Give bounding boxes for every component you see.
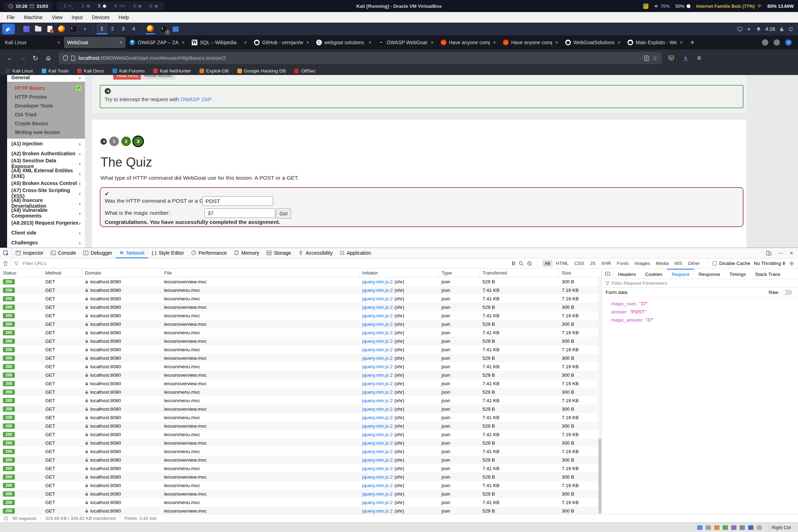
- shield-icon[interactable]: [63, 55, 68, 61]
- initiator-link[interactable]: jquery.min.js:2: [362, 406, 393, 412]
- initiator-link[interactable]: jquery.min.js:2: [362, 339, 393, 344]
- mouse-icon[interactable]: [757, 525, 762, 530]
- panel-workspace[interactable]: 5:: [133, 4, 141, 8]
- browser-tab[interactable]: WebGoatSolutions/So×: [562, 37, 624, 48]
- go-button[interactable]: Go!: [276, 208, 291, 219]
- sidebar-section[interactable]: (A2) Broken Authentication›: [7, 149, 85, 158]
- vbox-menu-view[interactable]: View: [47, 15, 67, 20]
- display-icon[interactable]: [748, 525, 753, 530]
- devtools-tab-application[interactable]: Application: [336, 248, 375, 258]
- reader-mode-icon[interactable]: [644, 56, 649, 61]
- devtools-tab-network[interactable]: Network: [116, 248, 148, 258]
- url-bar[interactable]: localhost:8080/WebGoat/start.mvc#lesson/…: [59, 52, 662, 64]
- volume-indicator[interactable]: 75%: [654, 4, 670, 9]
- request-row[interactable]: 200 GET localhost:8080 lessonmenu.mvc jq…: [0, 413, 602, 422]
- browser-tab[interactable]: WSQL – Wikipedia×: [189, 37, 250, 48]
- bookmark-kali-nethunter[interactable]: Kali NetHunter: [153, 68, 191, 74]
- clear-requests-icon[interactable]: [0, 259, 11, 268]
- tab-close-icon[interactable]: ×: [243, 40, 247, 45]
- owasp-zap-link[interactable]: OWASP ZAP: [180, 96, 212, 102]
- sidebar-section[interactable]: (A8) Insecure Deserialization›: [7, 198, 85, 208]
- type-filter-ws[interactable]: WS: [672, 260, 685, 267]
- sidebar-lesson-item[interactable]: Writing new lesson: [7, 128, 85, 137]
- request-row[interactable]: 200 GET localhost:8080 lessonmenu.mvc jq…: [0, 345, 602, 354]
- throttling-select[interactable]: No Throttling: [754, 261, 785, 266]
- bookmark-exploit-db[interactable]: Exploit-DB: [200, 68, 229, 74]
- sidebar-section[interactable]: (A3) Sensitive Data Exposure›: [7, 158, 85, 168]
- details-tab-stack-trace[interactable]: Stack Trace: [751, 269, 785, 279]
- sidebar-lesson-item[interactable]: Crypto Basics: [7, 119, 85, 128]
- tab-close-icon[interactable]: ×: [57, 40, 60, 45]
- initiator-link[interactable]: jquery.min.js:2: [362, 500, 393, 505]
- details-tab-timings[interactable]: Timings: [725, 269, 751, 279]
- cd-icon[interactable]: [706, 525, 711, 530]
- bookmark-kali-tools[interactable]: Kali Tools: [42, 68, 69, 74]
- panel-workspace[interactable]: 6:: [150, 4, 158, 8]
- bookmark-kali-linux[interactable]: Kali Linux: [6, 68, 33, 74]
- initiator-link[interactable]: jquery.min.js:2: [362, 415, 393, 420]
- workspace-button[interactable]: 2: [107, 24, 118, 34]
- request-row[interactable]: 200 GET localhost:8080 lessonoverview.mv…: [0, 277, 602, 286]
- hdd-icon[interactable]: [697, 525, 702, 530]
- tab-close-icon[interactable]: ×: [368, 40, 371, 45]
- initiator-link[interactable]: jquery.min.js:2: [362, 457, 393, 463]
- audio-icon[interactable]: [714, 525, 719, 530]
- taskbar-clock[interactable]: 4:16: [765, 26, 775, 32]
- request-row[interactable]: 200 GET localhost:8080 lessonoverview.mv…: [0, 439, 602, 447]
- network-adapter-icon[interactable]: [723, 525, 728, 530]
- bookmark-google-hacking-db[interactable]: Google Hacking DB: [237, 68, 286, 74]
- initiator-link[interactable]: jquery.min.js:2: [362, 305, 393, 310]
- meatball-menu-icon[interactable]: ⋯: [778, 250, 783, 256]
- tab-close-icon[interactable]: ×: [555, 40, 558, 45]
- tab-close-icon[interactable]: ×: [181, 40, 185, 45]
- reset-lesson-button[interactable]: Reset lesson: [141, 75, 175, 80]
- initiator-link[interactable]: jquery.min.js:2: [362, 372, 393, 378]
- page-circle[interactable]: 3: [133, 137, 143, 146]
- browser-tab[interactable]: Have anyone complet×: [438, 37, 499, 48]
- display-icon[interactable]: [737, 27, 742, 31]
- devtools-tab-storage[interactable]: Storage: [263, 248, 295, 258]
- devtools-tab-console[interactable]: Console: [47, 248, 80, 258]
- page-info-icon[interactable]: [71, 56, 75, 61]
- devtools-settings-gear-icon[interactable]: [789, 261, 794, 266]
- request-row[interactable]: 200 GET localhost:8080 lessonmenu.mvc jq…: [0, 498, 602, 507]
- workspace-switcher[interactable]: 1:>_2:3:4:</>5:6:: [57, 1, 165, 11]
- close-window-button[interactable]: ×: [785, 39, 792, 46]
- show-desktop-button[interactable]: [22, 24, 31, 34]
- request-row[interactable]: 200 GET localhost:8080 lessonmenu.mvc jq…: [0, 388, 602, 396]
- sidebar-section[interactable]: (A8:2013) Request Forgeries›: [7, 218, 85, 228]
- column-header-domain[interactable]: Domain: [82, 269, 161, 277]
- vbox-menu-help[interactable]: Help: [114, 15, 134, 20]
- package-window-button[interactable]: [170, 24, 180, 34]
- details-tab-headers[interactable]: Headers: [613, 269, 641, 279]
- tab-close-icon[interactable]: ×: [492, 40, 496, 45]
- browser-tab[interactable]: ••OWASP WebGoat: Ge×: [375, 37, 437, 48]
- workspace-button[interactable]: 1: [97, 24, 107, 34]
- initiator-link[interactable]: jquery.min.js:2: [362, 466, 393, 471]
- browser-tab[interactable]: WebGoat×: [64, 37, 126, 48]
- request-row[interactable]: 200 GET localhost:8080 lessonoverview.mv…: [0, 422, 602, 430]
- power-indicator[interactable]: 85% 13.60W: [768, 4, 794, 9]
- form-data-param[interactable]: answer:"POST": [602, 308, 798, 316]
- firefox-launcher[interactable]: [57, 24, 66, 34]
- form-data-param[interactable]: magic_answer:"37": [602, 316, 798, 324]
- initiator-link[interactable]: jquery.min.js:2: [362, 432, 393, 437]
- kali-menu-button[interactable]: [2, 24, 15, 34]
- browser-tab[interactable]: Main Exploits - WebG×: [624, 37, 686, 48]
- reload-button[interactable]: ↻: [30, 52, 41, 64]
- responsive-design-icon[interactable]: [766, 250, 771, 256]
- column-header-file[interactable]: File: [161, 269, 359, 277]
- request-row[interactable]: 200 GET localhost:8080 lessonmenu.mvc jq…: [0, 328, 602, 337]
- request-row[interactable]: 200 GET localhost:8080 lessonmenu.mvc jq…: [0, 396, 602, 405]
- table-scrollbar-thumb[interactable]: [598, 439, 601, 514]
- request-row[interactable]: 200 GET localhost:8080 lessonmenu.mvc jq…: [0, 286, 602, 294]
- request-row[interactable]: 200 GET localhost:8080 lessonmenu.mvc jq…: [0, 430, 602, 439]
- initiator-link[interactable]: jquery.min.js:2: [362, 313, 393, 318]
- initiator-link[interactable]: jquery.min.js:2: [362, 364, 393, 369]
- filter-urls-input[interactable]: [20, 261, 126, 266]
- tab-close-icon[interactable]: ×: [119, 40, 122, 45]
- tab-close-icon[interactable]: ×: [617, 40, 620, 45]
- initiator-link[interactable]: jquery.min.js:2: [362, 296, 393, 301]
- brightness-indicator[interactable]: 50%: [675, 4, 690, 9]
- disable-cache-checkbox[interactable]: Disable Cache: [712, 261, 750, 266]
